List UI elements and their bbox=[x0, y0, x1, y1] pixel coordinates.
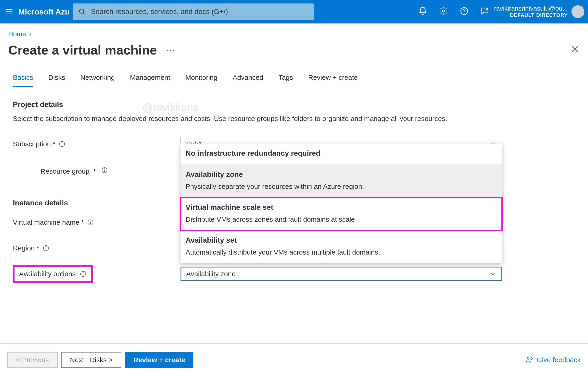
dd-option-availability-set[interactable]: Availability set Automatically distribut… bbox=[180, 231, 502, 263]
notifications-icon[interactable] bbox=[418, 6, 428, 17]
brand-text: Microsoft Azu bbox=[18, 7, 72, 16]
dd-option-title: Availability set bbox=[186, 235, 497, 245]
hamburger-menu[interactable] bbox=[0, 0, 18, 23]
subscription-label: Subscription bbox=[13, 140, 51, 148]
search-input[interactable]: Search resources, services, and docs (G+… bbox=[73, 3, 314, 20]
topbar-icons bbox=[418, 6, 494, 17]
more-actions-button[interactable]: ··· bbox=[166, 45, 175, 55]
tab-review-create[interactable]: Review + create bbox=[308, 74, 358, 87]
svg-point-8 bbox=[62, 142, 62, 143]
footer: < Previous Next : Disks > Review + creat… bbox=[0, 343, 588, 376]
required-mark: * bbox=[93, 167, 96, 175]
feedback-icon bbox=[525, 356, 533, 364]
search-placeholder: Search resources, services, and docs (G+… bbox=[91, 8, 228, 16]
info-icon[interactable] bbox=[101, 167, 108, 174]
tab-management[interactable]: Management bbox=[130, 74, 170, 87]
chevron-right-icon: › bbox=[29, 31, 31, 38]
previous-button: < Previous bbox=[7, 352, 58, 368]
feedback-icon[interactable] bbox=[480, 6, 489, 17]
give-feedback-label: Give feedback bbox=[536, 356, 581, 364]
review-create-button[interactable]: Review + create bbox=[125, 352, 193, 368]
svg-point-21 bbox=[527, 357, 529, 359]
account-directory: DEFAULT DIRECTORY bbox=[494, 12, 568, 18]
availability-options-highlight: Availability options bbox=[13, 265, 93, 283]
dd-option-desc: Distribute VMs across zones and fault do… bbox=[186, 214, 497, 224]
tab-basics[interactable]: Basics bbox=[13, 74, 33, 87]
dd-option-title: Availability zone bbox=[186, 169, 497, 180]
content-panel: @ravikirans Project details Select the s… bbox=[0, 87, 588, 285]
svg-line-1 bbox=[83, 13, 85, 14]
resource-group-label: Resource group bbox=[41, 167, 89, 175]
project-details-title: Project details bbox=[13, 100, 575, 109]
availability-options-dropdown: No infrastructure redundancy required Av… bbox=[180, 144, 502, 263]
availability-options-select[interactable]: Availability zone bbox=[180, 267, 502, 281]
field-availability-options: Availability options Availability zone bbox=[13, 263, 575, 285]
availability-options-value: Availability zone bbox=[186, 270, 236, 278]
svg-point-0 bbox=[79, 9, 84, 13]
topbar: Microsoft Azu Search resources, services… bbox=[0, 0, 588, 23]
svg-point-4 bbox=[464, 12, 464, 13]
account-menu[interactable]: ravikiransrinivasulu@ou... DEFAULT DIREC… bbox=[494, 5, 588, 18]
svg-point-17 bbox=[45, 246, 46, 247]
avatar bbox=[571, 5, 584, 18]
give-feedback-link[interactable]: Give feedback bbox=[525, 356, 581, 364]
svg-point-11 bbox=[104, 168, 105, 169]
page-header: Create a virtual machine ··· bbox=[0, 41, 588, 64]
vm-name-label: Virtual machine name bbox=[13, 219, 79, 226]
required-mark: * bbox=[52, 140, 55, 148]
dd-option-availability-zone[interactable]: Availability zone Physically separate yo… bbox=[180, 165, 502, 198]
dd-option-title: No infrastructure redundancy required bbox=[186, 148, 497, 158]
tab-disks[interactable]: Disks bbox=[48, 74, 65, 87]
project-details-desc: Select the subscription to manage deploy… bbox=[13, 113, 500, 124]
chevron-down-icon bbox=[489, 270, 496, 277]
svg-point-20 bbox=[83, 272, 84, 273]
close-button[interactable] bbox=[570, 44, 580, 56]
svg-point-5 bbox=[486, 8, 488, 10]
tab-tags[interactable]: Tags bbox=[278, 74, 293, 87]
hamburger-icon bbox=[5, 7, 13, 16]
info-icon[interactable] bbox=[59, 141, 65, 147]
dd-option-desc: Automatically distribute your VMs across… bbox=[186, 247, 497, 257]
account-email: ravikiransrinivasulu@ou... bbox=[494, 5, 568, 12]
breadcrumb: Home › bbox=[0, 23, 588, 41]
required-mark: * bbox=[37, 244, 39, 252]
tab-advanced[interactable]: Advanced bbox=[233, 74, 263, 87]
availability-options-label: Availability options bbox=[19, 270, 75, 278]
next-button[interactable]: Next : Disks > bbox=[61, 352, 122, 368]
dd-option-desc: Physically separate your resources withi… bbox=[186, 181, 497, 192]
region-label: Region bbox=[13, 244, 35, 252]
tab-monitoring[interactable]: Monitoring bbox=[185, 74, 218, 87]
required-mark: * bbox=[81, 219, 84, 226]
dd-option-vmss[interactable]: Virtual machine scale set Distribute VMs… bbox=[180, 198, 502, 231]
settings-icon[interactable] bbox=[439, 6, 448, 17]
dd-option-title: Virtual machine scale set bbox=[186, 202, 497, 212]
help-icon[interactable] bbox=[460, 6, 469, 17]
search-icon bbox=[79, 8, 86, 15]
page-title: Create a virtual machine bbox=[8, 43, 157, 57]
tab-networking[interactable]: Networking bbox=[80, 74, 115, 87]
breadcrumb-home[interactable]: Home bbox=[8, 30, 26, 38]
info-icon[interactable] bbox=[42, 245, 49, 252]
tabs: Basics Disks Networking Management Monit… bbox=[0, 64, 588, 87]
svg-point-2 bbox=[442, 10, 445, 12]
info-icon[interactable] bbox=[87, 219, 94, 226]
info-icon[interactable] bbox=[80, 270, 87, 277]
dd-option-no-redundancy[interactable]: No infrastructure redundancy required bbox=[180, 144, 502, 165]
close-icon bbox=[570, 44, 580, 54]
svg-point-14 bbox=[90, 221, 91, 221]
